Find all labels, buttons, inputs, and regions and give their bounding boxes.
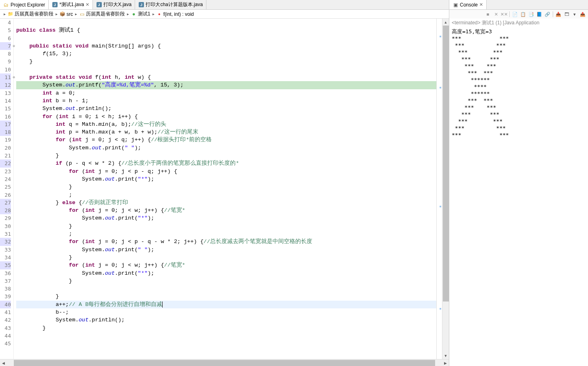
code-line-30[interactable]: } — [16, 222, 436, 230]
code-line-43[interactable]: } — [16, 324, 436, 332]
code-line-21[interactable]: } — [16, 152, 436, 159]
line-number: 18 — [0, 128, 11, 136]
scroll-lock-button[interactable]: 📘 — [536, 11, 543, 18]
code-line-15[interactable]: System.out.println(); — [16, 105, 436, 112]
chevron-right-icon: ▸ — [152, 12, 155, 16]
line-number: 40 — [0, 301, 11, 308]
class-icon — [131, 11, 137, 17]
code-line-13[interactable]: int a = 0; — [16, 89, 436, 97]
code-line-24[interactable]: System.out.print("*"); — [16, 175, 436, 183]
code-line-20[interactable]: System.out.print(" "); — [16, 144, 436, 152]
remove-launch-button[interactable]: ✕ — [492, 11, 500, 18]
code-line-27[interactable]: } else {//否则就正常打印 — [16, 199, 436, 207]
scroll-down-arrow-icon[interactable]: ▼ — [442, 352, 449, 359]
breadcrumb-label: 历届真题省赛阶段 — [15, 11, 54, 17]
editor-tab-2[interactable]: 打印大cha计算题版本.java — [135, 0, 206, 9]
line-number: 6 — [0, 34, 11, 42]
code-line-35[interactable]: for (int j = 0; j < w; j++) {//笔宽* — [16, 261, 436, 269]
project-explorer-label: Project Explorer — [11, 2, 45, 8]
line-number: 31 — [0, 230, 11, 238]
code-line-12[interactable]: System.out.printf("高度=%d,笔宽=%d", 15, 3); — [16, 81, 436, 89]
scrollbar-thumb-h[interactable] — [14, 360, 435, 366]
source-folder-icon: 📦 — [60, 11, 65, 17]
java-file-icon — [96, 2, 102, 8]
code-line-19[interactable]: for (int j = 0; j < q; j++) {//根据头打印*前的空… — [16, 136, 436, 144]
code-line-29[interactable]: System.out.print("*"); — [16, 214, 436, 222]
line-number: 39 — [0, 293, 11, 300]
code-line-38[interactable] — [16, 285, 436, 293]
breadcrumb-item-1[interactable]: 📦src — [60, 11, 73, 17]
code-line-10[interactable] — [16, 66, 436, 73]
code-line-18[interactable]: int p = Math.max(a + w, b + w);//这一行的尾末 — [16, 128, 436, 136]
horizontal-scrollbar[interactable]: ◀ ▶ — [0, 359, 449, 366]
toolbar-separator — [553, 11, 553, 17]
console-tab[interactable]: ▣ Console ✕ — [449, 0, 487, 9]
line-number: 7⊖ — [0, 42, 11, 50]
project-explorer-tab[interactable]: 🗂 Project Explorer — [0, 0, 49, 9]
code-editor[interactable]: public class 测试1 { public static void ma… — [14, 19, 436, 359]
code-line-25[interactable]: } — [16, 183, 436, 191]
pin-button[interactable]: 🔗 — [544, 11, 551, 18]
breadcrumb-item-3[interactable]: 测试1 — [131, 11, 150, 17]
code-line-23[interactable]: for (int j = 0; j < p - q; j++) { — [16, 168, 436, 175]
code-line-22[interactable]: if (p - q < w * 2) {//总长度小于两倍的笔宽那么直接打印长度… — [16, 159, 436, 167]
display-button[interactable]: 🗔 — [563, 11, 570, 18]
line-number: 15 — [0, 105, 11, 112]
code-line-37[interactable]: } — [16, 277, 436, 285]
terminate-button[interactable]: ■ — [484, 11, 491, 18]
tab-label: 打印大cha计算题版本.java — [146, 1, 203, 8]
breadcrumb-item-2[interactable]: ▭历届真题省赛阶段 — [79, 11, 125, 17]
scroll-right-arrow-icon[interactable]: ▶ — [442, 360, 449, 366]
code-line-8[interactable]: f(15, 3); — [16, 50, 436, 58]
code-line-7[interactable]: public static void main(String[] args) { — [16, 42, 436, 50]
code-line-41[interactable]: b--; — [16, 308, 436, 316]
paste-button[interactable]: 📋 — [519, 11, 527, 18]
line-number: 16 — [0, 113, 11, 121]
code-line-34[interactable]: } — [16, 254, 436, 261]
line-number: 36 — [0, 269, 11, 277]
code-line-36[interactable]: System.out.print("*"); — [16, 269, 436, 277]
console-output[interactable]: 高度=15,笔宽=3 *** *** *** *** *** *** *** *… — [449, 27, 588, 366]
code-line-40[interactable]: a++;// A B每行都会分别进行自增和自减 — [16, 301, 436, 308]
scroll-left-arrow-icon[interactable]: ◀ — [0, 360, 7, 366]
code-line-4[interactable] — [16, 19, 436, 26]
code-line-31[interactable]: ; — [16, 230, 436, 238]
copy-button[interactable]: 📄 — [511, 11, 519, 18]
code-line-44[interactable] — [16, 332, 436, 340]
scroll-up-arrow-icon[interactable]: ▲ — [442, 19, 449, 26]
breadcrumb-item-4[interactable]: f(int, int) : void — [157, 11, 194, 17]
editor-tab-1[interactable]: 打印大X.java — [93, 0, 135, 9]
line-number: 38 — [0, 285, 11, 293]
code-line-42[interactable]: System.out.println(); — [16, 316, 436, 324]
code-line-14[interactable]: int b = h - 1; — [16, 97, 436, 105]
code-line-33[interactable]: System.out.print(" "); — [16, 246, 436, 254]
line-number: 13 — [0, 89, 11, 97]
code-line-26[interactable]: ; — [16, 191, 436, 199]
code-line-28[interactable]: for (int j = 0; j < w; j++) {//笔宽* — [16, 207, 436, 214]
tab-label: *测试1.java — [59, 1, 84, 8]
line-number: 22 — [0, 159, 11, 167]
code-line-6[interactable] — [16, 34, 436, 42]
code-line-5[interactable]: public class 测试1 { — [16, 26, 436, 34]
close-icon[interactable]: ✕ — [86, 2, 89, 7]
breadcrumb-item-0[interactable]: 📁历届真题省赛阶段 — [8, 11, 54, 17]
vertical-scrollbar[interactable]: ▲ ▼ — [442, 19, 449, 359]
clipboard-button[interactable]: 📑 — [528, 11, 535, 18]
code-line-9[interactable]: } — [16, 58, 436, 65]
open-console-button[interactable]: 📥 — [555, 11, 562, 18]
code-line-17[interactable]: int q = Math.min(a, b);//这一行的头 — [16, 121, 436, 128]
code-line-16[interactable]: for (int i = 0; i < h; i++) { — [16, 113, 436, 121]
remove-all-button[interactable]: ✕✕ — [500, 11, 508, 18]
code-line-11[interactable]: private static void f(int h, int w) { — [16, 73, 436, 81]
scrollbar-thumb[interactable] — [443, 26, 449, 301]
line-number: 5 — [0, 26, 11, 34]
code-line-32[interactable]: for (int j = 0; j < p - q - w * 2; j++) … — [16, 238, 436, 245]
menu-button[interactable]: ▾ — [571, 11, 578, 18]
maximize-button[interactable]: 📤 — [579, 11, 586, 18]
chevron-right-icon: ▸ — [127, 12, 129, 16]
code-line-39[interactable]: } — [16, 293, 436, 300]
line-number: 27 — [0, 199, 11, 207]
close-icon[interactable]: ✕ — [479, 2, 483, 7]
package-icon: ▭ — [79, 11, 85, 17]
editor-tab-0[interactable]: *测试1.java✕ — [49, 0, 93, 9]
